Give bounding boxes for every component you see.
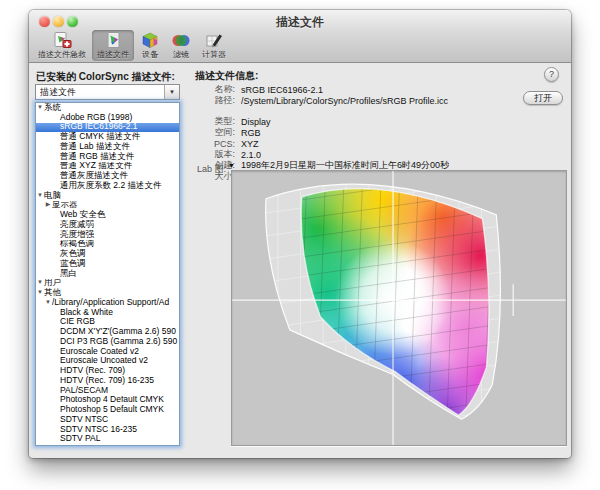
profile-list-item-label: DCDM X'Y'Z'(Gamma 2.6) 590 [60, 327, 176, 337]
profile-list-item[interactable]: ▼电脑 [36, 191, 179, 201]
disclosure-down-icon[interactable]: ▼ [36, 279, 44, 288]
profile-list-item-label: sRGB IEC61966-2.1 [60, 123, 137, 133]
profile-list-item[interactable]: 普通 CMYK 描述文件 [36, 132, 179, 142]
chevron-down-icon[interactable]: ▼ [164, 85, 179, 99]
profile-list-item[interactable]: Web 安全色 [36, 210, 179, 220]
field-label: 空间: [195, 126, 241, 139]
sidebar-heading: 已安装的 ColorSync 描述文件: [36, 70, 175, 84]
profiles-icon [103, 32, 123, 49]
lab-gamut-plot[interactable] [231, 170, 567, 446]
profile-list-item-label: Euroscale Coated v2 [60, 347, 139, 357]
profile-list-item-label: HDTV (Rec. 709) [60, 366, 125, 376]
profile-list-item[interactable]: ▼系统 [36, 103, 179, 113]
profile-info-fields: 名称: sRGB IEC61966-2.1 路径: /System/Librar… [195, 84, 563, 182]
disclosure-down-icon[interactable]: ▼ [36, 288, 44, 297]
profile-list-item[interactable]: CIE RGB [36, 318, 179, 328]
field-value: /System/Library/ColorSync/Profiles/sRGB … [241, 96, 448, 106]
lab-plot-label: Lab 图: [197, 163, 226, 176]
disclosure-down-icon[interactable]: ▼ [36, 191, 44, 200]
profile-list-item-label: 灰色调 [60, 249, 86, 259]
profile-list-item[interactable]: Black & White [36, 308, 179, 318]
profile-filter-value: 描述文件 [36, 86, 164, 99]
profile-list-item[interactable]: HDTV (Rec. 709) [36, 366, 179, 376]
field-row-space: 空间: RGB [195, 127, 563, 138]
toolbar-filters-button[interactable]: 滤镜 [166, 30, 196, 61]
field-label: 路径: [195, 94, 241, 107]
profile-list-item[interactable]: ▼用户 [36, 279, 179, 289]
lab-gamut-plot-canvas [232, 171, 566, 445]
profile-list-item[interactable]: ▶显示器 [36, 201, 179, 211]
profile-list-item-label: 普通 CMYK 描述文件 [60, 132, 140, 142]
toolbar-profiles-button[interactable]: 描述文件 [92, 30, 134, 61]
field-value: Display [241, 117, 271, 127]
profile-list-item-label: 系统 [44, 103, 61, 113]
open-button[interactable]: 打开 [523, 91, 563, 105]
toolbar-devices-button[interactable]: 设备 [135, 30, 165, 61]
profile-list-item-selected[interactable]: sRGB IEC61966-2.1 [36, 123, 179, 133]
disclosure-down-icon[interactable]: ▼ [36, 103, 44, 112]
profile-list-item[interactable]: 亮度减弱 [36, 220, 179, 230]
profile-list-item[interactable]: 黑白 [36, 269, 179, 279]
profile-list-item-label: SDTV PAL [60, 435, 100, 445]
profile-list-item[interactable]: ▼其他 [36, 288, 179, 298]
toolbar-label: 滤镜 [173, 49, 189, 60]
profile-list-item[interactable]: Photoshop 5 Default CMYK [36, 405, 179, 415]
profile-list-item-label: 亮度减弱 [60, 220, 94, 230]
profile-list[interactable]: ▼系统Adobe RGB (1998)sRGB IEC61966-2.1普通 C… [35, 102, 180, 446]
profile-list-item-label: 黑白 [60, 269, 77, 279]
profile-list-item[interactable]: HDTV (Rec. 709) 16-235 [36, 376, 179, 386]
devices-icon [140, 32, 160, 49]
profile-list-item[interactable]: SDTV PAL [36, 435, 179, 445]
profile-list-item[interactable]: 普通灰度描述文件 [36, 171, 179, 181]
profile-list-item-label: Black & White [60, 308, 113, 318]
profile-filter-dropdown[interactable]: 描述文件 ▼ [35, 84, 180, 100]
profile-list-item[interactable]: Adobe RGB (1998) [36, 113, 179, 123]
profile-list-item[interactable]: 灰色调 [36, 249, 179, 259]
profile-list-item-label: 电脑 [44, 191, 61, 201]
disclosure-down-icon[interactable]: ▼ [44, 298, 52, 307]
toolbar: 描述文件急救 描述文件 设备 [33, 30, 232, 62]
window-title: 描述文件 [29, 14, 571, 31]
profile-list-item[interactable]: DCDM X'Y'Z'(Gamma 2.6) 590 [36, 327, 179, 337]
profile-list-item-label: Web 安全色 [60, 210, 105, 220]
profile-list-item-label: Photoshop 5 Default CMYK [60, 405, 164, 415]
profile-list-item-label: 普通 RGB 描述文件 [60, 152, 134, 162]
profile-list-item[interactable]: Photoshop 4 Default CMYK [36, 396, 179, 406]
profile-list-item-label: 其他 [44, 288, 61, 298]
profile-list-item-label: Photoshop 4 Default CMYK [60, 396, 164, 406]
profile-list-item[interactable]: PAL/SECAM [36, 386, 179, 396]
lab-plot-dropdown[interactable]: ▼ [228, 162, 235, 169]
profile-list-item[interactable]: 普通 Lab 描述文件 [36, 142, 179, 152]
profile-list-item[interactable]: 亮度增强 [36, 230, 179, 240]
profile-list-item-label: 用户 [44, 279, 61, 289]
profile-list-item-label: 显示器 [52, 201, 78, 211]
toolbar-label: 计算器 [202, 49, 226, 60]
filters-icon [171, 32, 191, 49]
profile-list-item[interactable]: 普通 RGB 描述文件 [36, 152, 179, 162]
profile-list-item-label: 普通 XYZ 描述文件 [60, 162, 132, 172]
profile-list-item[interactable]: 棕褐色调 [36, 240, 179, 250]
profile-list-item[interactable]: Euroscale Coated v2 [36, 347, 179, 357]
profile-list-item[interactable]: Euroscale Uncoated v2 [36, 357, 179, 367]
profile-list-item[interactable]: DCI P3 RGB (Gamma 2.6) 590 [36, 337, 179, 347]
profile-list-item[interactable]: 普通 XYZ 描述文件 [36, 162, 179, 172]
profile-list-item-label: 通用灰度系数 2.2 描述文件 [60, 181, 162, 191]
profile-list-item[interactable]: SDTV NTSC 16-235 [36, 425, 179, 435]
profile-list-item-label: 棕褐色调 [60, 240, 94, 250]
disclosure-right-icon[interactable]: ▶ [44, 201, 52, 210]
toolbar-label: 描述文件急救 [38, 49, 86, 60]
profile-list-item[interactable]: SDTV NTSC [36, 415, 179, 425]
title-bar: 描述文件 描述文件急救 [29, 10, 571, 63]
profile-list-item[interactable]: 蓝色调 [36, 259, 179, 269]
colorsync-utility-window: 描述文件 描述文件急救 [29, 10, 571, 458]
profile-list-item[interactable]: ▼/Library/Application Support/Ad [36, 298, 179, 308]
toolbar-profile-first-aid-button[interactable]: 描述文件急救 [33, 30, 91, 61]
profile-list-item-label: 普通 Lab 描述文件 [60, 142, 130, 152]
help-button[interactable]: ? [544, 67, 559, 82]
field-value: sRGB IEC61966-2.1 [241, 85, 323, 95]
profile-list-item-label: Adobe RGB (1998) [60, 113, 132, 123]
toolbar-label: 描述文件 [97, 49, 129, 60]
toolbar-calculator-button[interactable]: 计算器 [197, 30, 231, 61]
profile-list-item[interactable]: 通用灰度系数 2.2 描述文件 [36, 181, 179, 191]
profile-list-item-label: 蓝色调 [60, 259, 86, 269]
